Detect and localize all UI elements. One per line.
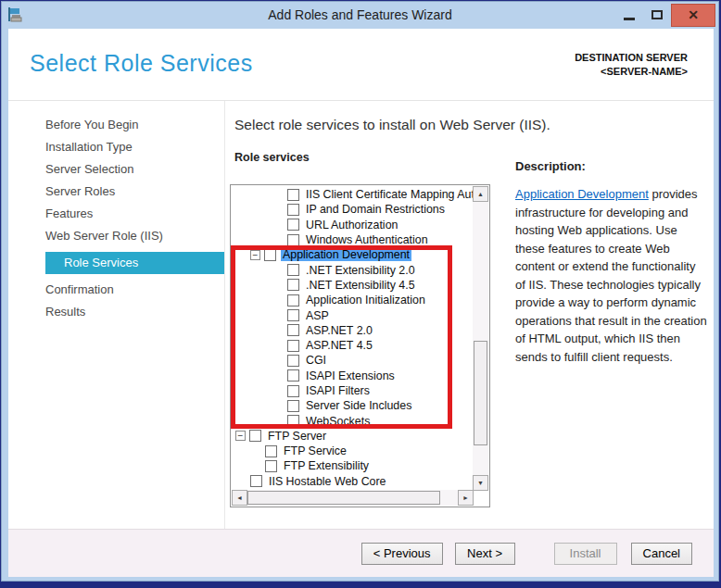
sidebar-item-server-selection[interactable]: Server Selection (38, 158, 224, 181)
tree-item-label[interactable]: ASP (304, 309, 331, 322)
tree-row-isapi-extensions[interactable]: ISAPI Extensions (232, 369, 473, 383)
tree-row-asp-net-4-5[interactable]: ASP.NET 4.5 (232, 338, 473, 353)
section-heading: Select role services to install on Web S… (234, 117, 550, 133)
tree-row-server-side-includes[interactable]: Server Side Includes (232, 398, 473, 413)
tree-item-label[interactable]: CGI (304, 354, 328, 367)
scroll-up-button[interactable]: ▲ (473, 186, 488, 202)
checkbox[interactable] (250, 475, 262, 487)
sidebar-item-server-roles[interactable]: Server Roles (38, 181, 224, 203)
tree-row-url-authorization[interactable]: URL Authorization (232, 218, 473, 232)
collapse-icon[interactable]: − (250, 250, 260, 260)
tree-row-ip-and-domain-restrictions[interactable]: IP and Domain Restrictions (232, 202, 473, 217)
checkbox[interactable] (287, 279, 299, 291)
tree-item-label[interactable]: IP and Domain Restrictions (304, 203, 447, 216)
destination-server-block: DESTINATION SERVER <SERVER-NAME> (575, 51, 688, 79)
vertical-scrollbar[interactable]: ▲ ▼ (473, 186, 488, 491)
tree-row--net-extensibility-4-5[interactable]: .NET Extensibility 4.5 (232, 278, 473, 293)
checkbox[interactable] (287, 294, 299, 307)
checkbox[interactable] (287, 189, 299, 201)
application-development-link[interactable]: Application Development (515, 187, 649, 201)
sidebar-item-web-server-role-iis-[interactable]: Web Server Role (IIS) (38, 225, 224, 247)
tree-item-label[interactable]: ASP.NET 2.0 (304, 324, 374, 337)
tree-item-label[interactable]: FTP Extensibility (282, 459, 371, 472)
role-services-label: Role services (234, 151, 310, 164)
cancel-button[interactable]: Cancel (631, 543, 692, 565)
checkbox[interactable] (287, 415, 299, 427)
vertical-scroll-thumb[interactable] (474, 341, 487, 445)
checkbox[interactable] (287, 324, 299, 336)
checkbox[interactable] (287, 264, 299, 276)
next-button[interactable]: Next > (455, 543, 515, 565)
description-label: Description: (515, 159, 707, 173)
tree-row-windows-authentication[interactable]: Windows Authentication (232, 232, 473, 247)
tree-row-ftp-service[interactable]: FTP Service (232, 444, 473, 458)
checkbox[interactable] (287, 385, 299, 397)
scroll-left-button[interactable]: ◄ (232, 490, 247, 506)
sidebar-item-confirmation[interactable]: Confirmation (38, 279, 224, 301)
sidebar-item-results[interactable]: Results (38, 301, 224, 323)
tree-row-ftp-extensibility[interactable]: FTP Extensibility (232, 458, 473, 473)
checkbox[interactable] (287, 340, 299, 352)
tree-item-label[interactable]: IIS Hostable Web Core (267, 475, 388, 488)
checkbox[interactable] (287, 204, 299, 216)
maximize-icon (651, 10, 663, 19)
tree-row-asp-net-2-0[interactable]: ASP.NET 2.0 (232, 323, 473, 338)
scroll-right-button[interactable]: ► (458, 490, 474, 506)
tree-item-label[interactable]: ISAPI Extensions (304, 369, 397, 382)
tree-item-label[interactable]: .NET Extensibility 2.0 (304, 264, 417, 277)
checkbox[interactable] (287, 400, 299, 412)
description-body: Application Development provides infrast… (515, 185, 707, 366)
sidebar-item-features[interactable]: Features (38, 203, 224, 225)
description-panel: Description: Application Development pro… (515, 159, 707, 366)
tree-item-label[interactable]: Application Initialization (304, 294, 427, 307)
tree-item-label[interactable]: Application Development (281, 248, 411, 261)
checkbox[interactable] (249, 430, 261, 442)
title-bar: Add Roles and Features Wizard ✕ (2, 2, 718, 28)
tree-item-label[interactable]: FTP Server (266, 430, 328, 443)
sidebar-item-role-services[interactable]: Role Services (45, 252, 224, 274)
tree-item-label[interactable]: FTP Service (282, 444, 348, 457)
maximize-button[interactable] (643, 3, 671, 27)
tree-row-application-development[interactable]: −Application Development (232, 247, 473, 262)
header-divider (8, 100, 714, 101)
checkbox[interactable] (287, 309, 299, 321)
horizontal-scrollbar[interactable]: ◄ ► (232, 490, 474, 506)
tree-item-label[interactable]: URL Authorization (304, 219, 399, 231)
scroll-down-icon: ▼ (477, 480, 484, 486)
sidebar-item-installation-type[interactable]: Installation Type (38, 136, 224, 158)
checkbox[interactable] (264, 249, 276, 261)
collapse-icon[interactable]: − (235, 431, 246, 441)
scroll-down-button[interactable]: ▼ (473, 475, 488, 491)
checkbox[interactable] (265, 445, 277, 457)
sidebar-item-before-you-begin[interactable]: Before You Begin (38, 114, 224, 136)
tree-row-iis-client-certificate-mapping-authentication[interactable]: IIS Client Certificate Mapping Authentic… (232, 187, 473, 202)
tree-row-cgi[interactable]: CGI (232, 353, 473, 368)
tree-item-label[interactable]: ASP.NET 4.5 (304, 339, 374, 352)
checkbox[interactable] (287, 234, 299, 246)
close-button[interactable]: ✕ (671, 4, 715, 27)
checkbox[interactable] (287, 369, 299, 382)
tree-item-label[interactable]: .NET Extensibility 4.5 (304, 279, 417, 292)
tree-item-label[interactable]: ISAPI Filters (304, 384, 372, 397)
minimize-button[interactable] (615, 3, 643, 27)
destination-server-label: DESTINATION SERVER (575, 51, 688, 65)
install-button: Install (554, 543, 617, 565)
tree-row-websockets[interactable]: WebSockets (232, 413, 473, 428)
checkbox[interactable] (287, 355, 299, 367)
tree-item-label[interactable]: Server Side Includes (304, 399, 413, 412)
tree-row-asp[interactable]: ASP (232, 307, 473, 322)
tree-row--net-extensibility-2-0[interactable]: .NET Extensibility 2.0 (232, 262, 473, 277)
prev-button[interactable]: < Previous (361, 543, 443, 565)
tree-item-label[interactable]: Windows Authentication (304, 233, 430, 246)
tree-item-label[interactable]: WebSockets (304, 415, 372, 428)
checkbox[interactable] (265, 460, 277, 472)
checkbox[interactable] (287, 219, 299, 231)
tree-row-ftp-server[interactable]: −FTP Server (232, 429, 473, 444)
tree-row-isapi-filters[interactable]: ISAPI Filters (232, 383, 473, 398)
tree-row-application-initialization[interactable]: Application Initialization (232, 293, 473, 307)
tree-item-label[interactable]: IIS Client Certificate Mapping Authentic… (304, 188, 473, 201)
close-icon: ✕ (688, 7, 699, 22)
minimize-icon (624, 18, 635, 20)
tree-row-iis-hostable-web-core[interactable]: IIS Hostable Web Core (232, 474, 473, 489)
horizontal-scroll-thumb[interactable] (247, 491, 440, 505)
